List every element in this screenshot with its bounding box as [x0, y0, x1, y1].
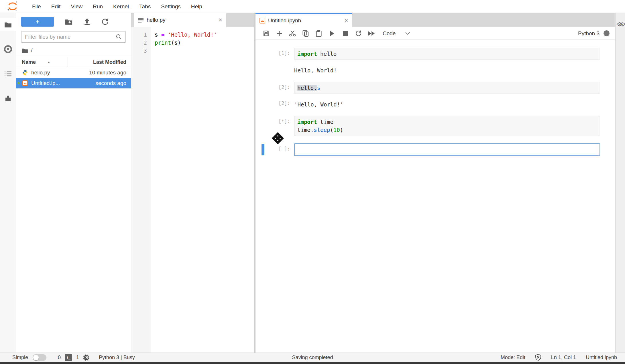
file-filter-input[interactable]: [25, 34, 116, 40]
refresh-button[interactable]: [101, 17, 109, 26]
kernel-count[interactable]: 1: [76, 355, 79, 361]
sidebar-item-file-browser[interactable]: [0, 18, 16, 31]
menu-item-tabs[interactable]: Tabs: [134, 0, 156, 13]
cell-editor[interactable]: [294, 143, 600, 156]
jupyter-logo-icon: [7, 1, 18, 12]
window-bottom-edge: [0, 362, 625, 364]
menu-bar: FileEditViewRunKernelTabsSettingsHelp: [0, 0, 625, 13]
sidebar-item-property-inspector[interactable]: [0, 67, 16, 80]
cell-prompt: [1]:: [255, 48, 294, 60]
file-list-header: Name ▲ Last Modified: [16, 57, 131, 67]
file-name-label: hello.py: [31, 70, 50, 76]
column-header-modified[interactable]: Last Modified: [68, 59, 131, 65]
file-name-cell: Untitled.ip...: [16, 80, 95, 86]
line-number: 3: [131, 47, 151, 55]
menu-item-run[interactable]: Run: [88, 0, 108, 13]
paste-cells-button[interactable]: [312, 28, 325, 39]
list-icon: [4, 71, 12, 77]
status-left: Simple 0 $_ 1 Python 3 | Busy: [0, 354, 135, 361]
tab-untitled-ipynb[interactable]: Untitled.ipynb ×: [255, 13, 352, 27]
active-filename: Untitled.ipynb: [586, 355, 617, 361]
insert-cell-button[interactable]: [273, 28, 286, 39]
cell-type-dropdown[interactable]: Code: [383, 30, 410, 37]
tab-label: Untitled.ipynb: [268, 17, 341, 24]
cell-type-value: Code: [383, 30, 396, 37]
notebook-tab-bar: Untitled.ipynb ×: [255, 13, 615, 27]
chevron-down-icon: [405, 32, 410, 35]
copy-cells-button[interactable]: [299, 28, 312, 39]
new-folder-icon: [65, 19, 73, 25]
line-number: 1: [131, 31, 151, 39]
cell-editor[interactable]: import timetime.sleep(10): [294, 116, 600, 136]
save-button[interactable]: [260, 28, 273, 39]
sidebar-item-extensions[interactable]: [0, 92, 16, 105]
restart-kernel-button[interactable]: [352, 28, 365, 39]
menu-item-edit[interactable]: Edit: [46, 0, 66, 13]
running-dot: [17, 82, 20, 84]
new-folder-button[interactable]: [65, 17, 73, 26]
notebook-cell: [ ]:: [255, 143, 615, 156]
right-sidebar-strip: ⚙⚙: [615, 13, 625, 353]
menu-items: FileEditViewRunKernelTabsSettingsHelp: [27, 0, 207, 13]
trust-shield-icon: [535, 354, 541, 361]
restart-run-all-button[interactable]: [365, 28, 378, 39]
puzzle-icon: [4, 95, 12, 102]
folder-icon: [4, 21, 12, 28]
kernel-name[interactable]: Python 3: [578, 30, 600, 37]
file-row[interactable]: Untitled.ip...seconds ago: [16, 78, 131, 88]
file-name-cell: hello.py: [16, 70, 89, 76]
code-line: [297, 145, 597, 153]
stop-circle-icon: [4, 45, 12, 53]
gears-icon[interactable]: ⚙⚙: [616, 21, 625, 28]
file-filter-box: [21, 31, 126, 43]
new-launcher-button[interactable]: +: [21, 17, 54, 27]
upload-icon: [84, 18, 91, 25]
menu-item-settings[interactable]: Settings: [156, 0, 186, 13]
line-number-gutter: 123: [131, 27, 151, 353]
code-editor[interactable]: 123 s = 'Hello, World!'print(s): [131, 27, 254, 353]
cell-input-row: [ ]:: [255, 143, 615, 156]
breadcrumb-root: /: [31, 47, 32, 54]
upload-button[interactable]: [84, 17, 91, 26]
file-row[interactable]: hello.py10 minutes ago: [16, 67, 131, 78]
notebook-file-icon: [22, 80, 28, 86]
menu-item-view[interactable]: View: [66, 0, 88, 13]
code-area[interactable]: s = 'Hello, World!'print(s): [151, 27, 254, 353]
close-icon[interactable]: ×: [219, 17, 222, 23]
mode-indicator[interactable]: Mode: Edit: [501, 355, 525, 361]
move-cursor-icon: [272, 132, 284, 145]
menu-item-file[interactable]: File: [27, 0, 46, 13]
cell-input-row: [*]:import timetime.sleep(10): [255, 116, 615, 136]
left-sidebar-strip: [0, 13, 16, 353]
run-button[interactable]: [325, 28, 339, 39]
menu-item-kernel[interactable]: Kernel: [108, 0, 134, 13]
simple-mode-label: Simple: [12, 355, 28, 361]
breadcrumb[interactable]: /: [16, 43, 131, 57]
notebook-cell: [2]:hello.s[2]:'Hello, World!': [255, 82, 615, 108]
cell-output-row: [2]:'Hello, World!': [255, 98, 615, 108]
sidebar-item-running-kernels[interactable]: [0, 43, 16, 56]
code-line: [155, 47, 254, 55]
column-header-name[interactable]: Name ▲: [16, 57, 68, 67]
active-cell-collapser[interactable]: [262, 144, 264, 155]
stop-button[interactable]: [339, 28, 352, 39]
simple-mode-toggle[interactable]: [33, 354, 46, 361]
cell-prompt: [2]:: [255, 82, 294, 94]
code-line: import time: [297, 118, 597, 126]
cursor-position[interactable]: Ln 1, Col 1: [551, 355, 576, 361]
code-line: import hello: [297, 50, 597, 58]
cell-editor[interactable]: hello.s: [294, 82, 600, 94]
status-bar: Simple 0 $_ 1 Python 3 | Busy Saving com…: [0, 353, 625, 362]
notebook-panel: Untitled.ipynb ×: [254, 13, 615, 353]
close-icon[interactable]: ×: [344, 18, 348, 23]
tab-hello-py[interactable]: hello.py ×: [134, 13, 226, 27]
output-prompt: [2]:: [255, 98, 294, 108]
cut-cells-button[interactable]: [286, 28, 299, 39]
kernel-status-text[interactable]: Python 3 | Busy: [99, 355, 135, 361]
kernel-busy-indicator: [604, 30, 610, 36]
cell-editor[interactable]: import hello: [294, 48, 600, 60]
notebook-cell: [*]:import timetime.sleep(10): [255, 116, 615, 136]
code-line: print(s): [155, 39, 254, 47]
menu-item-help[interactable]: Help: [186, 0, 207, 13]
terminal-count[interactable]: 0: [58, 355, 61, 361]
